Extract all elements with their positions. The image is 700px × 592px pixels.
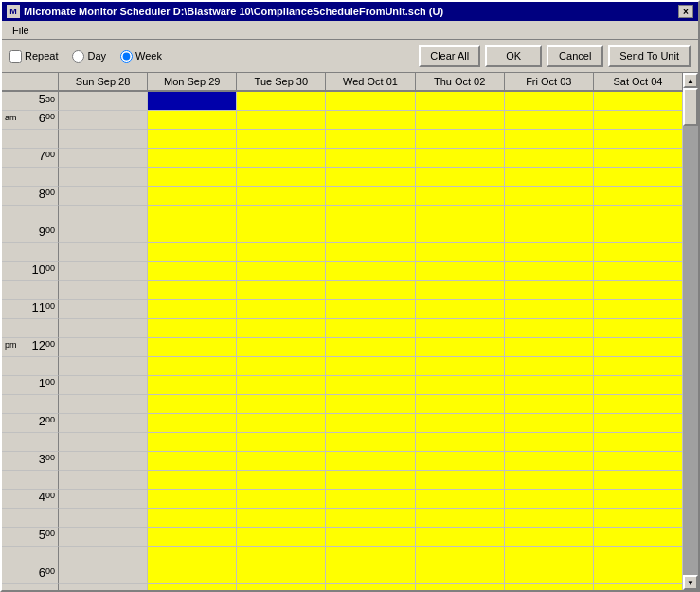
calendar-cell[interactable] [59,528,148,547]
calendar-cell[interactable] [237,300,326,319]
calendar-cell[interactable] [416,92,505,111]
calendar-cell[interactable] [505,281,594,300]
calendar-cell[interactable] [59,206,148,224]
calendar-cell[interactable] [59,319,148,338]
calendar-cell[interactable] [326,319,415,338]
calendar-cell[interactable] [148,584,237,590]
calendar-cell[interactable] [148,224,237,243]
calendar-cell[interactable] [326,338,415,357]
calendar-cell[interactable] [237,528,326,547]
calendar-cell[interactable] [326,471,415,490]
calendar-cell[interactable] [148,168,237,187]
cancel-button[interactable]: Cancel [547,45,603,67]
calendar-cell[interactable] [237,206,326,224]
clear-all-button[interactable]: Clear All [419,45,480,67]
calendar-cell[interactable] [594,565,683,584]
calendar-cell[interactable] [326,130,415,149]
calendar-cell[interactable] [148,490,237,509]
scroll-down-button[interactable]: ▼ [683,575,698,590]
calendar-cell[interactable] [326,509,415,528]
calendar-cell[interactable] [505,319,594,338]
calendar-cell[interactable] [505,92,594,111]
close-button[interactable]: × [678,5,693,18]
calendar-cell[interactable] [505,224,594,243]
calendar-cell[interactable] [59,224,148,243]
calendar-cell[interactable] [148,433,237,452]
calendar-cell[interactable] [326,414,415,433]
calendar-cell[interactable] [148,414,237,433]
calendar-cell[interactable] [148,471,237,490]
calendar-cell[interactable] [59,433,148,452]
calendar-cell[interactable] [237,395,326,414]
calendar-cell[interactable] [594,471,683,490]
calendar-cell[interactable] [505,111,594,130]
calendar-cell[interactable] [148,130,237,149]
calendar-cell[interactable] [59,490,148,509]
calendar-cell[interactable] [237,338,326,357]
calendar-cell[interactable] [416,471,505,490]
calendar-cell[interactable] [594,262,683,281]
calendar-cell[interactable] [59,187,148,206]
calendar-cell[interactable] [594,300,683,319]
calendar-cell[interactable] [505,338,594,357]
calendar-cell[interactable] [326,395,415,414]
calendar-cell[interactable] [148,357,237,376]
calendar-cell[interactable] [59,471,148,490]
calendar-cell[interactable] [59,452,148,471]
calendar-cell[interactable] [594,111,683,130]
calendar-cell[interactable] [416,452,505,471]
calendar-cell[interactable] [505,168,594,187]
calendar-cell[interactable] [148,111,237,130]
calendar-cell[interactable] [326,187,415,206]
calendar-cell[interactable] [59,92,148,111]
calendar-cell[interactable] [416,414,505,433]
calendar-cell[interactable] [237,243,326,262]
calendar-cell[interactable] [505,414,594,433]
calendar-cell[interactable] [237,224,326,243]
calendar-cell[interactable] [594,168,683,187]
calendar-cell[interactable] [505,452,594,471]
calendar-cell[interactable] [505,187,594,206]
calendar-cell[interactable] [148,547,237,565]
calendar-cell[interactable] [59,338,148,357]
calendar-cell[interactable] [326,262,415,281]
calendar-cell[interactable] [326,547,415,565]
calendar-cell[interactable] [326,92,415,111]
send-to-unit-button[interactable]: Send To Unit [608,45,691,67]
calendar-cell[interactable] [416,206,505,224]
calendar-cell[interactable] [594,452,683,471]
calendar-cell[interactable] [416,319,505,338]
calendar-cell[interactable] [326,149,415,168]
calendar-cell[interactable] [237,130,326,149]
calendar-cell[interactable] [237,433,326,452]
calendar-cell[interactable] [148,452,237,471]
calendar-cell[interactable] [416,300,505,319]
calendar-cell[interactable] [148,206,237,224]
day-radio[interactable] [72,50,84,63]
calendar-cell[interactable] [237,584,326,590]
calendar-cell[interactable] [416,168,505,187]
calendar-cell[interactable] [59,357,148,376]
calendar-cell[interactable] [237,187,326,206]
calendar-cell[interactable] [148,262,237,281]
calendar-cell[interactable] [594,187,683,206]
calendar-cell[interactable] [237,471,326,490]
calendar-cell[interactable] [594,414,683,433]
calendar-cell[interactable] [148,395,237,414]
calendar-cell[interactable] [59,281,148,300]
calendar-cell[interactable] [416,357,505,376]
calendar-cell[interactable] [505,584,594,590]
calendar-cell[interactable] [237,490,326,509]
calendar-cell[interactable] [237,452,326,471]
calendar-cell[interactable] [505,206,594,224]
calendar-cell[interactable] [416,338,505,357]
calendar-cell[interactable] [594,206,683,224]
calendar-cell[interactable] [326,357,415,376]
calendar-cell[interactable] [416,376,505,395]
file-menu[interactable]: File [7,24,35,37]
calendar-cell[interactable] [59,149,148,168]
calendar-cell[interactable] [505,130,594,149]
calendar-cell[interactable] [505,300,594,319]
ok-button[interactable]: OK [485,45,542,67]
calendar-cell[interactable] [148,92,237,111]
